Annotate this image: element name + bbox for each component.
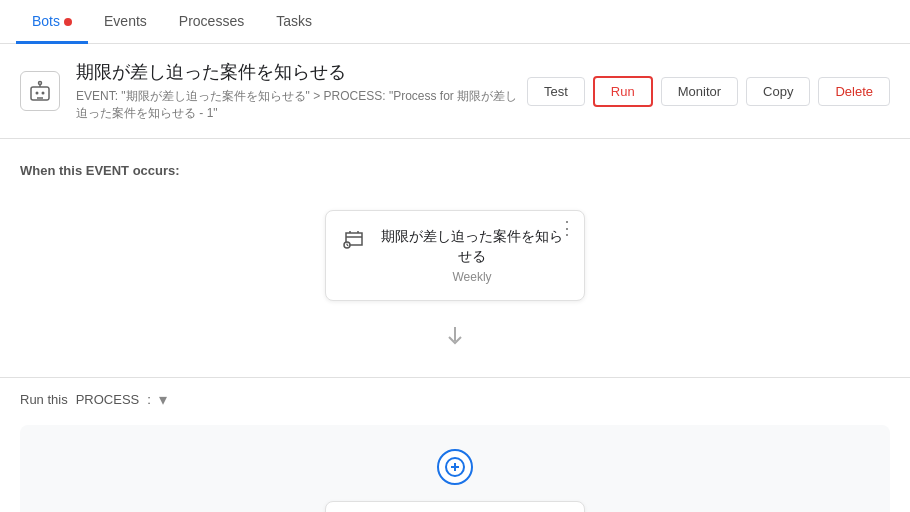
tab-events[interactable]: Events xyxy=(88,1,163,44)
event-emphasis: EVENT xyxy=(86,163,129,178)
svg-line-6 xyxy=(347,245,348,246)
process-section: Run this PROCESS: ▾ ⋮ xyxy=(0,377,910,512)
process-label: Run this PROCESS: ▾ xyxy=(20,390,890,409)
top-nav: Bots Events Processes Tasks xyxy=(0,0,910,44)
test-button[interactable]: Test xyxy=(527,77,585,106)
svg-point-2 xyxy=(42,92,45,95)
process-emphasis: PROCESS xyxy=(76,392,140,407)
tab-tasks-label: Tasks xyxy=(276,13,312,29)
bot-header: 期限が差し迫った案件を知らせる EVENT: "期限が差し迫った案件を知らせる"… xyxy=(0,44,910,139)
run-button[interactable]: Run xyxy=(593,76,653,107)
arrow-connector xyxy=(20,317,890,353)
tab-processes-label: Processes xyxy=(179,13,244,29)
bot-subtitle: EVENT: "期限が差し迫った案件を知らせる" > PROCESS: "Pro… xyxy=(76,88,527,122)
chevron-down-icon[interactable]: ▾ xyxy=(159,390,167,409)
add-process-button[interactable] xyxy=(437,449,473,485)
bots-dot xyxy=(64,18,72,26)
tab-bots[interactable]: Bots xyxy=(16,1,88,44)
copy-button[interactable]: Copy xyxy=(746,77,810,106)
bot-info: 期限が差し迫った案件を知らせる EVENT: "期限が差し迫った案件を知らせる"… xyxy=(76,60,527,122)
svg-point-1 xyxy=(36,92,39,95)
event-card-menu-icon[interactable]: ⋮ xyxy=(558,219,576,237)
event-card-inner: 期限が差し迫った案件を知らせる Weekly xyxy=(342,227,568,284)
event-card-text: 期限が差し迫った案件を知らせる Weekly xyxy=(376,227,568,284)
tab-processes[interactable]: Processes xyxy=(163,1,260,44)
monitor-button[interactable]: Monitor xyxy=(661,77,738,106)
bot-title: 期限が差し迫った案件を知らせる xyxy=(76,60,527,84)
event-card-schedule: Weekly xyxy=(376,270,568,284)
tab-events-label: Events xyxy=(104,13,147,29)
event-card: ⋮ 期限が差し迫った案件を知らせる Weekly xyxy=(325,210,585,301)
tab-tasks[interactable]: Tasks xyxy=(260,1,328,44)
tab-bots-label: Bots xyxy=(32,13,60,29)
event-area: ⋮ 期限が差し迫った案件を知らせる Weekly xyxy=(20,194,890,317)
process-card-partial: ⋮ xyxy=(325,501,585,512)
svg-point-3 xyxy=(39,82,42,85)
event-card-title: 期限が差し迫った案件を知らせる xyxy=(376,227,568,266)
main-content: When this EVENT occurs: ⋮ 期限が差し迫った案 xyxy=(0,139,910,377)
event-card-icon xyxy=(342,229,366,254)
bot-actions: Test Run Monitor Copy Delete xyxy=(527,76,890,107)
event-section-label: When this EVENT occurs: xyxy=(20,163,890,178)
bot-icon xyxy=(20,71,60,111)
delete-button[interactable]: Delete xyxy=(818,77,890,106)
process-content: ⋮ xyxy=(20,425,890,512)
